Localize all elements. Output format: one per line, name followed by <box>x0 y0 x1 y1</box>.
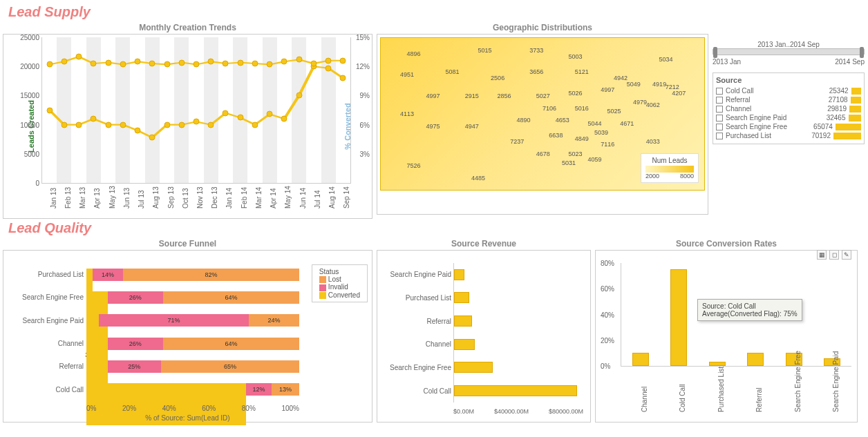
state-value[interactable]: 5023 <box>568 150 582 157</box>
data-point[interactable] <box>76 54 82 60</box>
revenue-row[interactable]: Search Engine Paid <box>454 266 583 284</box>
data-point[interactable] <box>237 115 243 121</box>
funnel-row[interactable]: Purchased List3%14%82% <box>86 266 299 284</box>
revenue-bar[interactable] <box>454 315 472 327</box>
checkbox-icon[interactable] <box>716 133 723 139</box>
data-point[interactable] <box>135 128 141 134</box>
data-point[interactable] <box>340 57 346 64</box>
slider-track[interactable] <box>713 48 865 55</box>
conversion-bar[interactable] <box>709 362 726 366</box>
state-value[interactable]: 4671 <box>620 120 634 127</box>
maximize-icon[interactable]: ◻ <box>829 250 839 260</box>
edit-icon[interactable]: ✎ <box>842 250 851 260</box>
state-value[interactable]: 4033 <box>646 138 660 145</box>
funnel-segment[interactable]: 82% <box>123 269 299 281</box>
data-point[interactable] <box>46 107 53 113</box>
data-point[interactable] <box>194 61 200 68</box>
checkbox-icon[interactable] <box>716 106 723 113</box>
checkbox-icon[interactable] <box>716 115 723 122</box>
data-point[interactable] <box>267 111 273 117</box>
state-value[interactable]: 4678 <box>536 150 550 157</box>
state-value[interactable]: 5025 <box>607 108 621 115</box>
state-value[interactable]: 4207 <box>672 90 686 97</box>
revenue-bar[interactable] <box>454 362 493 373</box>
data-point[interactable] <box>223 110 229 116</box>
state-value[interactable]: 5044 <box>588 120 602 127</box>
data-point[interactable] <box>296 93 302 99</box>
state-value[interactable]: 4997 <box>601 86 614 93</box>
state-value[interactable]: 7116 <box>601 141 614 148</box>
state-value[interactable]: 4890 <box>517 117 531 124</box>
source-row[interactable]: Cold Call25342 <box>716 87 861 95</box>
funnel-segment[interactable]: 14% <box>93 269 123 281</box>
state-value[interactable]: 7106 <box>542 105 556 112</box>
funnel-segment[interactable]: 64% <box>163 338 299 350</box>
data-point[interactable] <box>61 59 67 65</box>
revenue-row[interactable]: Channel <box>454 336 583 353</box>
data-point[interactable] <box>135 59 141 65</box>
state-value[interactable]: 5121 <box>575 68 589 75</box>
funnel-segment[interactable]: 26% <box>108 338 163 350</box>
state-value[interactable]: 5049 <box>627 81 641 88</box>
state-value[interactable]: 5031 <box>562 159 576 166</box>
funnel-segment[interactable]: 64% <box>163 291 299 304</box>
revenue-bar[interactable] <box>454 385 577 396</box>
state-value[interactable]: 4113 <box>400 110 414 117</box>
state-value[interactable]: 5034 <box>659 56 672 63</box>
source-row[interactable]: Channel29819 <box>716 105 861 113</box>
time-slider[interactable]: 2013 Jan..2014 Sep 2013 Jan 2014 Sep <box>713 41 865 66</box>
state-value[interactable]: 4896 <box>406 50 420 57</box>
state-value[interactable]: 2506 <box>491 75 504 81</box>
state-value[interactable]: 4979 <box>633 99 647 106</box>
state-value[interactable]: 7237 <box>510 138 524 145</box>
funnel-segment[interactable]: 26% <box>108 291 163 304</box>
state-value[interactable]: 5039 <box>594 129 608 136</box>
data-point[interactable] <box>149 135 155 141</box>
revenue-row[interactable]: Purchased List <box>454 289 583 307</box>
source-row[interactable]: Search Engine Paid32465 <box>716 114 861 122</box>
data-point[interactable] <box>252 60 258 66</box>
state-value[interactable]: 2856 <box>497 93 511 99</box>
state-value[interactable]: 7526 <box>406 162 420 169</box>
data-point[interactable] <box>326 65 332 71</box>
state-value[interactable]: 3656 <box>529 68 543 75</box>
data-point[interactable] <box>91 116 97 122</box>
data-point[interactable] <box>105 59 111 66</box>
data-point[interactable] <box>164 61 170 68</box>
state-value[interactable]: 4059 <box>588 156 602 163</box>
data-point[interactable] <box>164 122 170 128</box>
data-point[interactable] <box>178 122 185 128</box>
data-point[interactable] <box>208 59 214 65</box>
data-point[interactable] <box>178 59 185 66</box>
data-point[interactable] <box>91 60 97 66</box>
funnel-row[interactable]: Search Engine Paid6%71%24% <box>86 311 299 329</box>
state-value[interactable]: 2915 <box>465 93 479 99</box>
revenue-bar[interactable] <box>454 339 475 350</box>
data-point[interactable] <box>76 122 82 128</box>
funnel-segment[interactable]: 25% <box>108 360 161 373</box>
data-point[interactable] <box>61 122 67 128</box>
revenue-row[interactable]: Referral <box>454 312 583 330</box>
data-point[interactable] <box>120 122 126 128</box>
grid-icon[interactable]: ▦ <box>817 250 827 260</box>
state-value[interactable]: 5003 <box>568 53 582 60</box>
funnel-segment[interactable]: 71% <box>99 314 249 327</box>
funnel-segment[interactable]: 13% <box>272 383 299 396</box>
state-value[interactable]: 4849 <box>575 135 589 142</box>
checkbox-icon[interactable] <box>716 97 723 104</box>
state-value[interactable]: 3733 <box>529 47 543 54</box>
revenue-bar[interactable] <box>454 269 464 280</box>
data-point[interactable] <box>194 119 200 125</box>
source-row[interactable]: Purchased List70192 <box>716 132 861 139</box>
data-point[interactable] <box>237 59 243 66</box>
state-value[interactable]: 4951 <box>400 71 414 78</box>
data-point[interactable] <box>105 122 111 128</box>
data-point[interactable] <box>46 61 53 68</box>
state-value[interactable]: 4062 <box>646 101 660 108</box>
state-value[interactable]: 4975 <box>426 123 440 130</box>
funnel-segment[interactable]: 65% <box>161 360 299 373</box>
state-value[interactable]: 5026 <box>568 90 582 97</box>
state-value[interactable]: 4997 <box>426 93 440 99</box>
revenue-bar[interactable] <box>454 292 469 303</box>
source-row[interactable]: Referral27108 <box>716 96 861 104</box>
